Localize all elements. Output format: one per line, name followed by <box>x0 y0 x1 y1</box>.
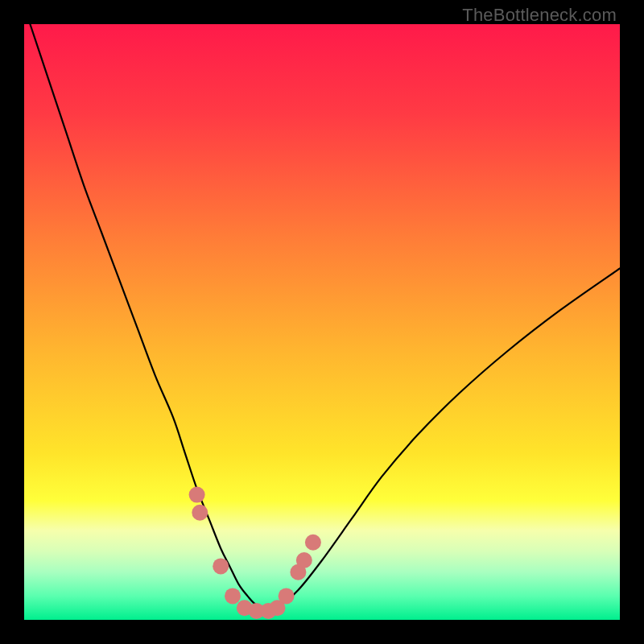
highlight-point <box>296 552 312 568</box>
highlight-point <box>225 588 241 604</box>
bottleneck-chart <box>24 24 620 620</box>
highlight-point <box>189 487 205 503</box>
chart-background <box>24 24 620 620</box>
highlight-point <box>279 588 295 604</box>
highlight-point <box>305 535 321 551</box>
watermark-text: TheBottleneck.com <box>462 5 617 26</box>
chart-frame <box>24 24 620 620</box>
highlight-point <box>213 558 229 574</box>
highlight-point <box>192 505 208 521</box>
